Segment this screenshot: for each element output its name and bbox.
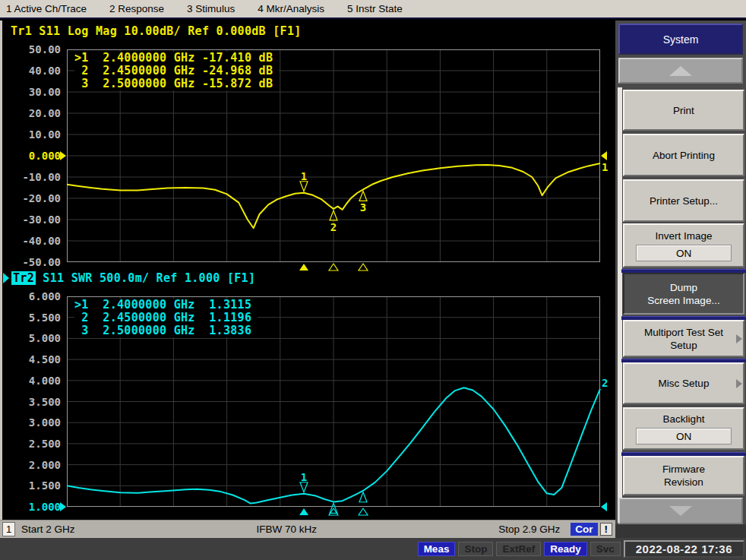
y-tick-label: -40.00	[5, 235, 61, 247]
y-tick-label: -50.00	[5, 256, 61, 268]
reference-level-arrow-icon	[60, 502, 66, 511]
backlight-button[interactable]: Backlight ON	[623, 407, 744, 450]
abort-printing-button[interactable]: Abort Printing	[623, 134, 744, 176]
marker-3-symbol	[359, 492, 368, 515]
y-tick-label: 4.000	[5, 375, 61, 387]
screen-left-edge	[0, 21, 2, 520]
marker-1-symbol: 1	[299, 471, 308, 515]
submenu-arrow-icon	[736, 379, 742, 388]
svg-text:1: 1	[301, 471, 307, 483]
trace-number-label: 1	[602, 161, 608, 173]
tr2-marker3-readout: 3 2.5000000 GHz 1.3836	[74, 324, 258, 337]
tr2-marker2-readout: 2 2.4500000 GHz 1.1196	[74, 312, 258, 324]
tr1-marker3-readout: 3 2.5000000 GHz -15.872 dB	[74, 78, 279, 90]
stop-frequency: Stop 2.9 GHz	[498, 524, 560, 535]
reference-level-arrow-icon	[60, 151, 66, 160]
vna-screen: 1 Active Ch/Trace 2 Response 3 Stimulus …	[0, 0, 746, 560]
reference-level-arrow-icon	[601, 151, 607, 160]
arrow-up-icon	[669, 66, 692, 76]
y-tick-label: 1.000	[5, 501, 61, 513]
y-tick-label: 40.00	[5, 65, 61, 77]
y-tick-label: 3.500	[5, 396, 61, 408]
marker-1-symbol: 1	[299, 170, 308, 271]
y-tick-label: -30.00	[5, 214, 61, 226]
y-tick-label: 30.00	[5, 86, 61, 98]
softkey-menu-title: System	[618, 24, 743, 55]
panel-bottom	[615, 524, 746, 538]
y-tick-label: 50.00	[5, 43, 61, 55]
printer-setup-button[interactable]: Printer Setup...	[623, 179, 744, 222]
menu-bar: 1 Active Ch/Trace 2 Response 3 Stimulus …	[0, 0, 746, 19]
y-tick-label: 1.500	[5, 479, 61, 492]
softkey-scroll-up-button[interactable]	[618, 58, 743, 84]
svg-text:1: 1	[301, 170, 307, 182]
trace2-name: Tr2	[11, 271, 36, 285]
channel-number-box: 1	[2, 522, 15, 536]
misc-setup-button[interactable]: Misc Setup	[623, 362, 744, 404]
menu-item-stimulus[interactable]: 3 Stimulus	[187, 3, 235, 14]
tr2-marker1-readout: >1 2.4000000 GHz 1.3115	[74, 299, 258, 312]
trace-number-label: 2	[602, 377, 608, 389]
trace1-format: S11 Log Mag 10.00dB/ Ref 0.000dB [F1]	[32, 24, 302, 38]
y-tick-label: 5.000	[5, 332, 61, 344]
ifbw-value: IFBW 70 kHz	[257, 524, 318, 535]
softkey-panel: System Print Abort Printing Printer Setu…	[615, 21, 746, 538]
svg-text:3: 3	[360, 201, 366, 214]
active-trace-arrow-icon	[3, 273, 9, 283]
stop-status-badge: Stop	[458, 542, 493, 556]
menu-item-active-ch-trace[interactable]: 1 Active Ch/Trace	[6, 3, 87, 14]
y-tick-label: 0.000	[5, 150, 61, 162]
y-tick-label: 2.000	[5, 459, 61, 471]
firmware-revision-button[interactable]: Firmware Revision	[623, 456, 744, 495]
y-tick-label: 10.00	[5, 128, 61, 141]
y-tick-label: 20.00	[5, 107, 61, 119]
panel-strip	[618, 87, 622, 523]
multiport-test-set-setup-button[interactable]: Multiport Test Set Setup	[623, 320, 744, 357]
y-tick-label: 6.000	[5, 290, 61, 302]
y-tick-label: 4.500	[5, 353, 61, 365]
trace1-title: Tr1 S11 Log Mag 10.00dB/ Ref 0.000dB [F1…	[11, 24, 302, 38]
instrument-status-bar: Meas Stop ExtRef Ready Svc 2022-08-22 17…	[0, 538, 746, 560]
backlight-state: ON	[636, 428, 732, 445]
trace1-name: Tr1	[11, 24, 32, 38]
warning-badge: !	[600, 523, 613, 536]
invert-image-button[interactable]: Invert Image ON	[623, 223, 744, 267]
display-area: Tr1 S11 Log Mag 10.00dB/ Ref 0.000dB [F1…	[0, 21, 615, 520]
trace2-title: Tr2 S11 SWR 500.0m/ Ref 1.000 [F1]	[3, 271, 255, 285]
invert-image-state: ON	[636, 245, 732, 261]
submenu-arrow-icon	[736, 334, 742, 343]
svc-status-badge: Svc	[590, 542, 621, 556]
tr1-marker1-readout: >1 2.4000000 GHz -17.410 dB	[74, 52, 279, 65]
menu-item-instr-state[interactable]: 5 Instr State	[347, 3, 403, 14]
marker-readout-tr1: >1 2.4000000 GHz -17.410 dB 2 2.4500000 …	[74, 52, 279, 90]
y-tick-label: -10.00	[5, 171, 61, 183]
meas-status-badge: Meas	[418, 542, 456, 556]
correction-badge: Cor	[571, 523, 597, 536]
menu-item-mkr-analysis[interactable]: 4 Mkr/Analysis	[258, 3, 324, 14]
datetime-display: 2022-08-22 17:36	[624, 540, 744, 558]
marker-3-symbol: 3	[359, 191, 368, 271]
start-frequency: Start 2 GHz	[21, 524, 75, 535]
status-bar: 1 Start 2 GHz IFBW 70 kHz Stop 2.9 GHz C…	[0, 520, 615, 538]
tr1-marker2-readout: 2 2.4500000 GHz -24.968 dB	[74, 65, 279, 78]
y-tick-label: 5.500	[5, 312, 61, 324]
svg-text:2: 2	[330, 221, 337, 233]
y-tick-label: 3.000	[5, 416, 61, 429]
extref-status-badge: ExtRef	[496, 542, 541, 556]
y-tick-label: 2.500	[5, 438, 61, 450]
trace2-format: S11 SWR 500.0m/ Ref 1.000 [F1]	[36, 271, 255, 285]
y-tick-label: -20.00	[5, 192, 61, 204]
dump-screen-image-button[interactable]: Dump Screen Image...	[623, 273, 744, 315]
menu-item-response[interactable]: 2 Response	[109, 3, 164, 14]
ready-status-badge: Ready	[544, 542, 587, 556]
arrow-down-icon	[669, 506, 692, 516]
reference-level-arrow-icon	[601, 502, 607, 511]
marker-readout-tr2: >1 2.4000000 GHz 1.3115 2 2.4500000 GHz …	[74, 299, 258, 337]
print-button[interactable]: Print	[623, 90, 744, 131]
softkey-scroll-down-button[interactable]	[618, 498, 743, 524]
